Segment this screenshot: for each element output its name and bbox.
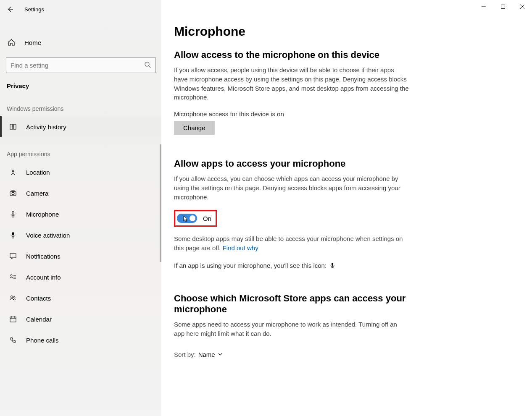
section-app-access-title: Allow apps to access your microphone <box>174 158 519 169</box>
sidebar-item-label: Notifications <box>26 253 61 260</box>
toggle-state-label: On <box>203 215 211 222</box>
search-icon <box>144 61 151 69</box>
svg-rect-8 <box>12 232 14 235</box>
app-title: Settings <box>24 6 44 13</box>
svg-rect-7 <box>12 211 14 215</box>
voice-activation-icon <box>8 231 18 239</box>
microphone-indicator-icon <box>330 263 335 269</box>
app-access-toggle[interactable] <box>177 214 197 223</box>
note-text: Some desktop apps may still be able to a… <box>174 235 403 251</box>
close-button[interactable] <box>513 0 532 13</box>
group-app-permissions: App permissions <box>0 137 161 162</box>
sidebar-item-label: Microphone <box>26 211 59 218</box>
sidebar-item-label: Voice activation <box>26 232 70 239</box>
search-box[interactable] <box>6 57 155 73</box>
svg-point-11 <box>11 296 13 298</box>
svg-rect-9 <box>10 254 16 258</box>
section-store-apps-title: Choose which Microsoft Store apps can ac… <box>174 293 409 315</box>
sidebar-item-label: Calendar <box>26 316 52 323</box>
sort-dropdown[interactable]: Name <box>198 351 223 358</box>
sidebar-item-camera[interactable]: Camera <box>0 183 161 204</box>
svg-rect-14 <box>501 5 505 9</box>
notifications-icon <box>8 252 18 260</box>
device-access-status: Microphone access for this device is on <box>174 110 519 118</box>
contacts-icon <box>8 294 18 302</box>
sidebar-item-notifications[interactable]: Notifications <box>0 246 161 267</box>
search-input[interactable] <box>11 62 144 69</box>
sidebar-item-calendar[interactable]: Calendar <box>0 309 161 330</box>
category-heading: Privacy <box>0 73 161 92</box>
sidebar-home[interactable]: Home <box>0 32 161 53</box>
mic-icon-note: If an app is using your microphone, you'… <box>174 262 519 270</box>
icon-note-text: If an app is using your microphone, you'… <box>174 262 327 269</box>
chevron-down-icon <box>218 351 223 358</box>
toggle-knob <box>190 215 195 221</box>
sidebar-item-label: Contacts <box>26 295 51 302</box>
sort-row: Sort by: Name <box>174 351 519 358</box>
home-icon <box>7 38 16 47</box>
location-icon <box>8 168 18 176</box>
sort-value: Name <box>198 351 215 358</box>
titlebar: Settings <box>0 0 161 18</box>
sidebar-item-voice-activation[interactable]: Voice activation <box>0 225 161 246</box>
sidebar-item-account-info[interactable]: Account info <box>0 267 161 288</box>
sidebar-item-label: Camera <box>26 190 48 197</box>
home-label: Home <box>24 39 41 46</box>
sidebar-item-activity-history[interactable]: Activity history <box>0 116 161 137</box>
sort-label: Sort by: <box>174 351 196 358</box>
calendar-icon <box>8 315 18 323</box>
svg-point-10 <box>11 275 12 276</box>
sidebar-item-contacts[interactable]: Contacts <box>0 288 161 309</box>
back-button[interactable] <box>6 5 14 13</box>
svg-rect-13 <box>10 317 16 322</box>
change-button[interactable]: Change <box>174 121 215 135</box>
section-app-access-desc: If you allow access, you can choose whic… <box>174 174 409 201</box>
svg-rect-6 <box>12 191 14 191</box>
sidebar-item-label: Phone calls <box>26 337 59 344</box>
section-device-access-title: Allow access to the microphone on this d… <box>174 50 519 60</box>
window-controls <box>474 0 532 13</box>
svg-point-12 <box>13 296 15 298</box>
account-info-icon <box>8 273 18 281</box>
highlight-box: On <box>174 210 217 227</box>
svg-point-5 <box>12 192 14 195</box>
search-container <box>0 57 161 73</box>
cursor-icon <box>183 215 189 223</box>
main-content: Microphone Allow access to the microphon… <box>161 0 532 416</box>
section-device-access-desc: If you allow access, people using this d… <box>174 65 409 102</box>
phone-icon <box>8 336 18 344</box>
svg-rect-1 <box>10 124 13 129</box>
sidebar-item-phone-calls[interactable]: Phone calls <box>0 330 161 351</box>
desktop-apps-note: Some desktop apps may still be able to a… <box>174 234 409 253</box>
activity-history-icon <box>8 123 18 131</box>
sidebar-item-microphone[interactable]: Microphone <box>0 204 161 225</box>
maximize-button[interactable] <box>493 0 513 13</box>
section-store-apps-desc: Some apps need to access your microphone… <box>174 320 409 338</box>
group-windows-permissions: Windows permissions <box>0 92 161 116</box>
page-title: Microphone <box>174 24 519 39</box>
sidebar-item-location[interactable]: Location <box>0 162 161 183</box>
find-out-why-link[interactable]: Find out why <box>223 244 258 251</box>
svg-rect-2 <box>13 124 16 129</box>
svg-rect-15 <box>332 263 333 266</box>
svg-point-3 <box>12 170 14 172</box>
svg-point-0 <box>145 62 149 66</box>
camera-icon <box>8 189 18 197</box>
sidebar-item-label: Location <box>26 169 50 176</box>
sidebar: Settings Home Privacy Windows permission… <box>0 0 161 416</box>
minimize-button[interactable] <box>474 0 493 13</box>
sidebar-item-label: Account info <box>26 274 61 281</box>
microphone-icon <box>8 210 18 218</box>
sidebar-item-label: Activity history <box>26 123 66 131</box>
